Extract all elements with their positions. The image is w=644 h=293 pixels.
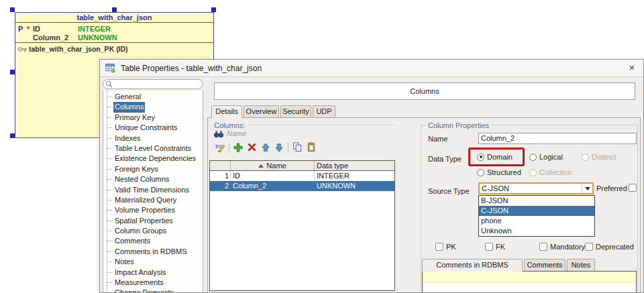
nav-item-unique-constraints[interactable]: Unique Constraints [103, 123, 203, 133]
preferred-checkbox[interactable] [629, 184, 637, 192]
paste-icon[interactable] [306, 141, 317, 153]
radio-structured[interactable]: Structured [477, 168, 521, 176]
radio-circle [477, 169, 484, 176]
search-icon [105, 80, 113, 88]
dialog-title: Table Properties - table_with_char_json [121, 64, 262, 73]
selection-handle[interactable] [10, 7, 15, 12]
radio-circle [529, 169, 537, 176]
sort-ascending-icon [258, 164, 264, 168]
move-up-icon[interactable] [260, 141, 271, 153]
filter-binoculars-icon [214, 130, 223, 138]
mandatory-checkbox[interactable]: Mandatory [539, 243, 585, 251]
tab-comments[interactable]: Comments [524, 259, 566, 271]
radio-circle [529, 154, 537, 161]
nav-item-foreign-keys[interactable]: Foreign Keys [103, 164, 203, 174]
selection-handle[interactable] [10, 133, 15, 138]
preferred-label: Preferred [596, 184, 627, 192]
entity-title: table_with_char_json [15, 13, 213, 23]
move-down-icon[interactable] [273, 141, 284, 153]
nav-item-spatial-properties[interactable]: Spatial Properties [103, 216, 203, 226]
key-icon [18, 46, 27, 52]
column-filter-input[interactable]: Name [227, 129, 246, 137]
nav-item-change-requests[interactable]: Change Requests [103, 288, 203, 293]
group-divider [248, 125, 395, 126]
grid-row-column2-selected[interactable]: 2 Column_2 UNKNOWN [210, 181, 394, 191]
grid-row-id[interactable]: 1 ID INTEGER [210, 171, 394, 181]
primary-key-label: table_with_char_json_PK (ID) [29, 44, 128, 54]
selection-handle[interactable] [10, 70, 15, 74]
nav-item-nested-columns[interactable]: Nested Columns [103, 174, 203, 184]
name-input[interactable]: Column_2 [478, 133, 637, 144]
nav-item-measurements[interactable]: Measurements [103, 278, 203, 288]
page-title: Columns [214, 82, 635, 100]
name-column-header[interactable]: Name [231, 161, 315, 170]
nav-item-general[interactable]: General [103, 92, 203, 102]
sidebar-search-input[interactable] [103, 79, 203, 89]
radio-circle [582, 154, 589, 161]
nav-item-existence-dependencies[interactable]: Existence Dependencies [103, 154, 203, 164]
entity-column-row: P * ID INTEGER [15, 25, 213, 34]
fk-checkbox[interactable]: FK [485, 243, 505, 251]
deprecated-checkbox[interactable]: Deprecated [585, 243, 634, 251]
close-icon[interactable]: × [626, 62, 638, 74]
table-icon [105, 63, 116, 74]
nav-item-columns[interactable]: Columns [103, 102, 203, 112]
tab-details[interactable]: Details [211, 105, 242, 118]
add-column-icon[interactable] [232, 141, 244, 153]
nav-item-valid-time-dimensions[interactable]: Valid Time Dimensions [103, 185, 203, 195]
source-type-label: Source Type [428, 187, 470, 195]
nav-item-indexes[interactable]: Indexes [103, 133, 203, 143]
nav-item-volume-properties[interactable]: Volume Properties [103, 205, 203, 215]
mandatory-marker: * [27, 25, 30, 34]
nav-item-comments[interactable]: Comments [103, 236, 203, 246]
chevron-down-icon[interactable] [582, 184, 592, 193]
source-type-combobox[interactable]: C-JSON [478, 182, 594, 194]
delete-column-icon[interactable] [246, 141, 258, 153]
tab-comments-in-rdbms[interactable]: Comments in RDBMS [422, 259, 523, 272]
pk-checkbox[interactable]: PK [435, 243, 456, 251]
properties-nav-tree: General Columns Primary Key Unique Const… [103, 91, 203, 293]
radio-collection: Collection [529, 168, 572, 176]
entity-key-row: table_with_char_json_PK (ID) [18, 44, 128, 54]
column-type: UNKNOWN [78, 34, 117, 42]
column-type: INTEGER [78, 25, 111, 34]
comments-textarea[interactable] [422, 271, 637, 293]
selection-handle[interactable] [112, 7, 117, 12]
column-properties-label: Column Properties [426, 121, 491, 129]
textarea-highlight-line [423, 272, 636, 282]
columns-grid: Name Data type 1 ID INTEGER 2 Column_2 U… [209, 160, 395, 291]
pk-marker: P [18, 25, 23, 34]
toolbar-separator [288, 143, 288, 152]
nav-item-column-groups[interactable]: Column Groups [103, 226, 203, 236]
nav-item-notes[interactable]: Notes [103, 257, 203, 267]
column-name: ID [33, 25, 40, 34]
dropdown-option-unknown[interactable]: Unknown [479, 226, 594, 236]
nav-item-table-level-constraints[interactable]: Table Level Constraints [103, 143, 203, 154]
dropdown-option-bjson[interactable]: B-JSON [479, 196, 594, 206]
data-type-label: Data Type [428, 155, 462, 163]
radio-logical[interactable]: Logical [529, 153, 563, 161]
dropdown-option-cjson-selected[interactable]: C-JSON [479, 206, 594, 216]
grid-header-row: Name Data type [210, 161, 394, 171]
columns-group-label: Columns: [214, 121, 248, 129]
dropdown-option-phone[interactable]: phone [479, 216, 594, 226]
tab-overview[interactable]: Overview [244, 105, 279, 117]
nav-item-comments-in-rdbms[interactable]: Comments in RDBMS [103, 247, 203, 257]
entity-column-row: Column_2 UNKNOWN [15, 34, 213, 42]
row-number-header[interactable] [210, 161, 231, 170]
nav-item-materialized-query[interactable]: Materialized Query [103, 195, 203, 205]
tab-udp[interactable]: UDP [313, 105, 335, 117]
tab-notes[interactable]: Notes [567, 259, 595, 271]
copy-icon[interactable] [292, 141, 303, 153]
selection-handle[interactable] [211, 7, 216, 12]
nav-item-impact-analysis[interactable]: Impact Analysis [103, 268, 203, 278]
edit-domains-icon[interactable]: SY [214, 141, 225, 153]
dialog-titlebar[interactable]: Table Properties - table_with_char_json … [100, 60, 643, 77]
name-label: Name [428, 135, 447, 143]
tab-security[interactable]: Security [280, 105, 311, 117]
nav-item-primary-key[interactable]: Primary Key [103, 113, 203, 123]
diagram-canvas: table_with_char_json P * ID INTEGER Colu… [0, 0, 644, 293]
datatype-column-header[interactable]: Data type [315, 161, 394, 170]
table-properties-dialog: Table Properties - table_with_char_json … [99, 59, 644, 293]
radio-distinct: Distinct [582, 153, 616, 161]
